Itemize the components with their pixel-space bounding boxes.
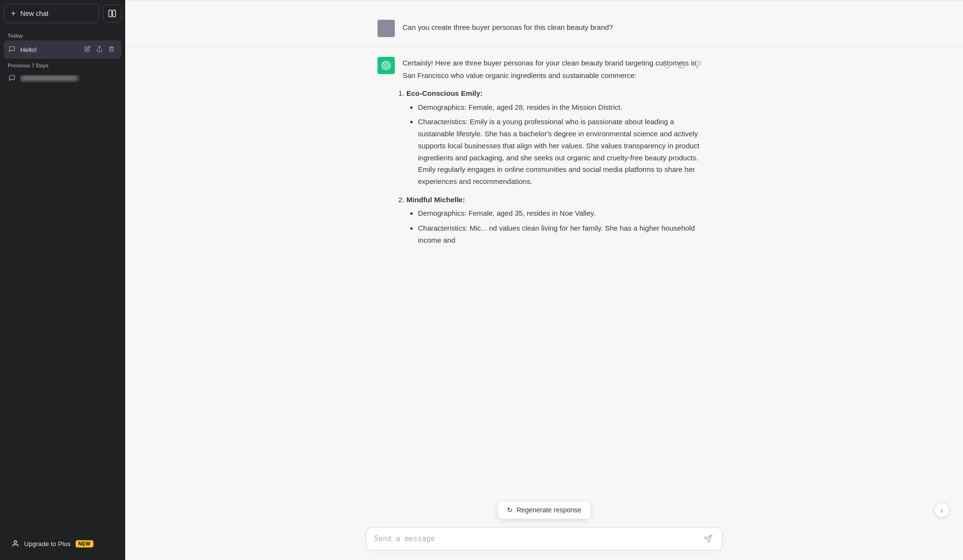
upgrade-button[interactable]: Upgrade to Plus NEW: [6, 535, 119, 552]
message-input[interactable]: [374, 534, 702, 545]
persona-1-name: Eco-Conscious Emily:: [406, 87, 711, 100]
ai-avatar: [377, 57, 395, 74]
sidebar-top: + New chat: [4, 4, 121, 23]
chat-icon: [9, 46, 15, 54]
persona-1-demo: Demographics: Female, aged 28, resides i…: [418, 102, 711, 114]
copy-button[interactable]: [661, 59, 672, 70]
share-chat-button[interactable]: [94, 45, 104, 54]
scroll-bottom-button[interactable]: ↓: [934, 502, 950, 518]
chat-item-actions: [82, 45, 117, 54]
sidebar-item-hello[interactable]: Hello!: [4, 40, 121, 59]
message-actions: [661, 59, 703, 70]
hello-chat-label: Hello!: [20, 46, 78, 53]
new-chat-label: New chat: [20, 10, 48, 17]
persona-2-demo: Demographics: Female, aged 35, resides i…: [418, 208, 711, 220]
persona-1-char: Characteristics: Emily is a young profes…: [418, 116, 711, 188]
plus-icon: +: [11, 9, 15, 18]
chat-area: Can you create three buyer personas for …: [125, 0, 963, 560]
ai-message-content: Certainly! Here are three buyer personas…: [377, 57, 711, 252]
persona-1: Eco-Conscious Emily: Demographics: Femal…: [406, 87, 711, 188]
input-container: [366, 527, 722, 550]
new-badge: NEW: [76, 540, 93, 547]
upgrade-label: Upgrade to Plus: [24, 540, 71, 547]
regen-label: Regenerate response: [517, 506, 582, 514]
sidebar: + New chat Today Hello!: [0, 0, 125, 560]
persona-2-details: Demographics: Female, aged 35, resides i…: [418, 208, 711, 246]
svg-rect-0: [109, 10, 112, 17]
svg-rect-1: [113, 10, 116, 17]
persona-2: Mindful Michelle: Demographics: Female, …: [406, 194, 711, 247]
thumbs-up-button[interactable]: [676, 59, 688, 70]
new-chat-button[interactable]: + New chat: [4, 4, 99, 23]
persona-2-name: Mindful Michelle:: [406, 194, 711, 206]
user-message-content: Can you create three buyer personas for …: [377, 20, 711, 37]
user-avatar: [377, 20, 395, 37]
ai-message-row: Certainly! Here are three buyer personas…: [366, 47, 722, 262]
scroll-down-icon: ↓: [940, 506, 944, 514]
svg-point-3: [14, 541, 16, 543]
user-icon: [12, 540, 19, 547]
user-message-text: Can you create three buyer personas for …: [403, 20, 613, 33]
regen-icon: ↻: [507, 506, 513, 514]
persona-list: Eco-Conscious Emily: Demographics: Femal…: [406, 87, 711, 247]
persona-1-details: Demographics: Female, aged 28, resides i…: [418, 102, 711, 188]
thumbs-down-button[interactable]: [691, 59, 703, 70]
regenerate-popup[interactable]: ↻ Regenerate response: [498, 501, 591, 519]
toggle-icon: [108, 10, 116, 17]
prev-chat-label: blurred content: [20, 75, 117, 82]
svg-rect-4: [665, 64, 670, 68]
send-button[interactable]: [702, 533, 714, 545]
delete-chat-button[interactable]: [106, 45, 117, 54]
input-area: [125, 520, 963, 560]
sidebar-footer: Upgrade to Plus NEW: [4, 531, 121, 556]
main-content: Can you create three buyer personas for …: [125, 0, 963, 560]
edit-chat-button[interactable]: [82, 45, 92, 54]
openai-icon: [381, 61, 391, 70]
persona-2-char: Characteristics: Mic... nd values clean …: [418, 222, 711, 247]
section-label-prev7: Previous 7 Days: [4, 59, 121, 70]
send-icon: [703, 534, 712, 543]
user-message-row: Can you create three buyer personas for …: [366, 10, 722, 47]
sidebar-item-prev1[interactable]: blurred content: [4, 70, 121, 87]
ai-message-text: Certainly! Here are three buyer personas…: [403, 57, 711, 252]
section-label-today: Today: [4, 29, 121, 40]
sidebar-toggle-button[interactable]: [103, 4, 121, 23]
chat-icon-prev: [9, 75, 15, 83]
